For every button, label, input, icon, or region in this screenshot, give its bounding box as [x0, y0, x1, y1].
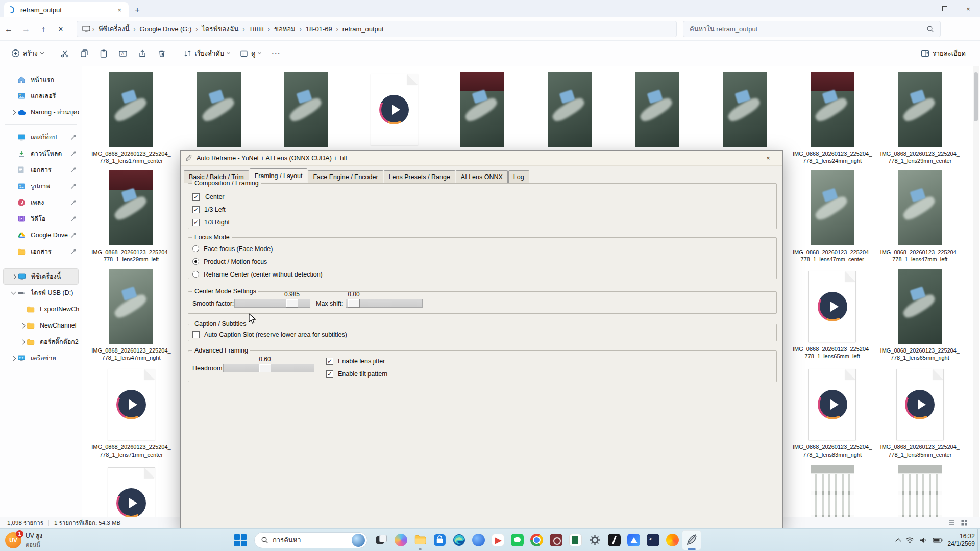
share-button[interactable]	[133, 44, 152, 63]
auto-caption-row[interactable]: Auto Caption Slot (reserve lower area fo…	[188, 328, 776, 341]
focus-reframe-row[interactable]: Reframe Center (center without detection…	[188, 268, 776, 281]
task-view-icon[interactable]	[372, 530, 391, 550]
file-item[interactable]: IMG_0868_20260123_225204_778_1_lens29mm_…	[877, 72, 963, 165]
sidebar-item-exportnewchanel[interactable]: ExportNewChanel	[3, 301, 79, 317]
file-item[interactable]: IMG_0868_20260123_225204_778_1_lens47mm_…	[790, 170, 875, 263]
smooth-factor-slider[interactable]: 0.985	[234, 299, 310, 308]
forward-icon[interactable]: →	[17, 24, 35, 34]
up-icon[interactable]: ↑	[35, 24, 52, 34]
breadcrumb-item[interactable]: พีซีเครื่องนี้	[96, 23, 132, 34]
dialog-tab-face-engine-encoder[interactable]: Face Engine / Encoder	[308, 170, 383, 183]
sidebar-item-usbd[interactable]: ไดรฟ์ USB (D:)	[3, 285, 79, 301]
file-item[interactable]	[263, 72, 349, 147]
sidebar-item-googledriveg[interactable]: Google Drive (G:)	[3, 227, 79, 243]
file-item[interactable]: IMG_0868_20260123_225204_778_1_lens29mm_…	[88, 170, 174, 263]
headroom-slider[interactable]: 0.60	[223, 364, 314, 372]
taskbar-search[interactable]: การค้นหา	[254, 532, 368, 548]
auto-caption-checkbox[interactable]	[192, 331, 200, 338]
scrollbar-thumb[interactable]	[974, 72, 978, 121]
photos-app-icon[interactable]	[488, 530, 507, 550]
video-app-icon[interactable]	[546, 530, 566, 550]
file-explorer-icon[interactable]	[410, 530, 430, 550]
tab-close-icon[interactable]: ×	[114, 6, 125, 14]
sidebar-item-[interactable]: เอกสาร	[3, 243, 79, 260]
dialog-close-button[interactable]: ×	[758, 152, 778, 165]
focus-product-row[interactable]: Product / Motion focus	[188, 255, 776, 268]
volume-icon[interactable]	[919, 537, 927, 544]
composition-1-3-left-row[interactable]: ✓1/3 Left	[188, 203, 776, 216]
copy-button[interactable]	[75, 44, 94, 63]
sidebar-item-[interactable]: เอกสาร	[3, 162, 79, 178]
chevron-right-icon[interactable]	[18, 340, 27, 344]
paste-button[interactable]	[94, 44, 113, 63]
file-item[interactable]: IMG_0868_20260123_225204_778_1_lens83mm_…	[790, 367, 875, 458]
stop-icon[interactable]: ×	[52, 24, 69, 34]
thumbnail-view-icon[interactable]	[961, 519, 968, 527]
show-desktop-button[interactable]	[977, 529, 980, 551]
file-item[interactable]	[351, 72, 437, 145]
file-item[interactable]	[877, 465, 963, 517]
dialog-minimize-button[interactable]	[717, 152, 738, 165]
composition-center-row[interactable]: ✓Center	[188, 190, 776, 203]
reframe-tool-icon[interactable]	[682, 530, 701, 550]
details-button[interactable]: รายละเอียด	[916, 44, 971, 63]
dialog-tab-lens-presets-range[interactable]: Lens Presets / Range	[384, 170, 455, 183]
editor-app-icon[interactable]	[604, 530, 624, 550]
sidebar-item-[interactable]: ดาวน์โหลด	[3, 145, 79, 162]
tray-clock[interactable]: 16:32 24/1/2569	[948, 533, 975, 548]
dialog-tab-framing-layout[interactable]: Framing / Layout	[250, 168, 308, 182]
file-item[interactable]	[790, 465, 875, 517]
sidebar-item-narong[interactable]: Narong - ส่วนบุคคล	[3, 104, 79, 120]
composition-1-3-right-row[interactable]: ✓1/3 Right	[188, 216, 776, 229]
chevron-down-icon[interactable]	[9, 292, 17, 294]
explorer-tab[interactable]: refram_output ×	[4, 2, 129, 17]
sidebar-item-2026[interactable]: ดอร์สติ๊กต๊อก2026	[3, 334, 79, 350]
advanced-enable-tilt-pattern-checkbox[interactable]: ✓	[326, 370, 333, 378]
file-item[interactable]	[702, 72, 788, 147]
new-button[interactable]: สร้าง	[6, 44, 48, 63]
breadcrumb-item[interactable]: ขอหอม	[272, 23, 298, 34]
file-item[interactable]	[439, 72, 525, 147]
dialog-titlebar[interactable]: Auto Reframe - YuNet + AI Lens (ONNX CUD…	[181, 151, 782, 166]
sidebar-item-[interactable]: รูปภาพ	[3, 178, 79, 194]
delete-button[interactable]	[152, 44, 172, 63]
spreadsheet-app-icon[interactable]	[566, 530, 585, 550]
file-item[interactable]	[614, 72, 700, 147]
microsoft-store-icon[interactable]	[430, 530, 449, 550]
breadcrumb-item[interactable]: 18-01-69	[304, 25, 334, 33]
maximize-button[interactable]	[933, 0, 957, 17]
minimize-button[interactable]	[910, 0, 933, 17]
file-item[interactable]: IMG_0868_20260123_225204_778_1_lens47mm_…	[877, 170, 963, 263]
dialog-tab-ai-lens-onnx[interactable]: AI Lens ONNX	[456, 170, 508, 183]
breadcrumb-item[interactable]: ไดรฟ์ของฉัน	[200, 23, 240, 34]
file-item[interactable]: IMG_0868_20260123_225204_778_1_lens24mm_…	[790, 72, 875, 165]
copilot-icon[interactable]	[391, 530, 410, 550]
advanced-enable-tilt-pattern-row[interactable]: ✓Enable tilt pattern	[322, 367, 387, 380]
file-item[interactable]: IMG_0868_20260123_225204_778_1_lens65mm_…	[790, 269, 875, 360]
view-button[interactable]: ดู	[235, 44, 266, 63]
breadcrumb-item[interactable]: Ttttttt	[247, 25, 266, 33]
sidebar-item-[interactable]: เครือข่าย	[3, 350, 79, 366]
slider-thumb[interactable]	[286, 299, 298, 308]
taskbar-weather-widget[interactable]: UV 1 UV สูง ตอนนี้	[5, 531, 42, 549]
sidebar-item-[interactable]: พีซีเครื่องนี้	[3, 268, 79, 285]
settings-icon[interactable]	[585, 530, 604, 550]
chevron-right-icon[interactable]	[10, 275, 18, 279]
close-button[interactable]: ×	[957, 0, 980, 17]
browser-app-icon[interactable]	[663, 530, 682, 550]
sidebar-item-[interactable]: เพลง	[3, 194, 79, 211]
list-view-icon[interactable]	[948, 519, 955, 527]
battery-icon[interactable]	[933, 537, 943, 543]
search-input[interactable]: ค้นหาใน refram_output	[690, 23, 926, 34]
file-item[interactable]: IMG_0868_20260123_225204_778_1_lens47mm_…	[88, 269, 174, 362]
file-item[interactable]	[176, 72, 262, 147]
file-item[interactable]: IMG_0868_20260123_225204_778_1_lens85mm_…	[877, 367, 963, 458]
more-button[interactable]: ⋯	[266, 44, 285, 63]
vertical-scrollbar[interactable]	[973, 66, 979, 517]
focus-face-row[interactable]: Face focus (Face Mode)	[188, 242, 776, 255]
sort-button[interactable]: เรียงลำดับ	[178, 44, 235, 63]
chrome-browser-icon[interactable]	[527, 530, 546, 550]
file-item[interactable]: IMG_0868_20260123_225204_778_1_lens71mm_…	[88, 367, 174, 458]
file-item[interactable]: IMG_0868_20260123_225204_778_1_lens65mm_…	[877, 269, 963, 362]
rename-button[interactable]: A	[113, 44, 133, 63]
